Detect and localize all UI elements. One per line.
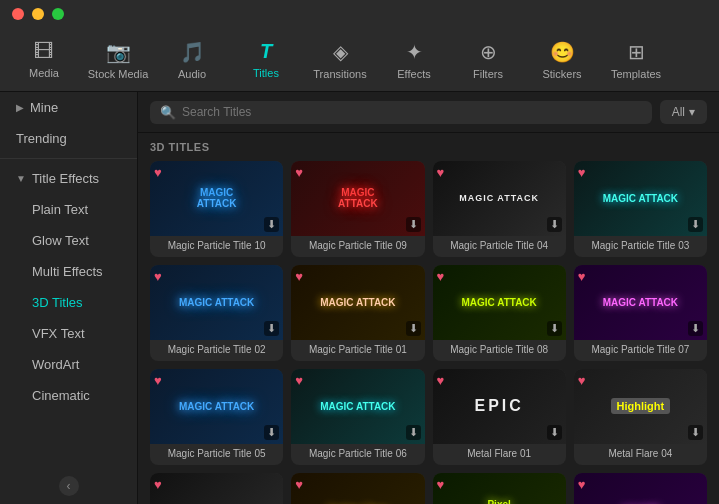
stock-media-icon: 📷	[106, 40, 131, 64]
download-icon[interactable]: ⬇	[264, 425, 279, 440]
search-wrap[interactable]: 🔍	[150, 101, 652, 124]
sidebar-item-plain-text[interactable]: Plain Text	[0, 194, 137, 225]
card-thumbnail: ♥Golden Flare⬇	[291, 473, 424, 504]
chevron-down-icon: ▾	[689, 105, 695, 119]
toolbar: 🎞Media📷Stock Media🎵AudioTTitles◈Transiti…	[0, 28, 719, 92]
toolbar-label-effects: Effects	[397, 68, 430, 80]
download-icon[interactable]: ⬇	[688, 425, 703, 440]
download-icon[interactable]: ⬇	[688, 321, 703, 336]
card-label: Magic Particle Title 08	[433, 340, 566, 361]
download-icon[interactable]: ⬇	[547, 321, 562, 336]
card-thumbnail: ♥MAGIC ATTACK⬇	[574, 161, 707, 236]
card-item[interactable]: ♥MAGIC ATTACK⬇Magic Particle Title 05	[150, 369, 283, 465]
sidebar-item-mine[interactable]: ▶Mine	[0, 92, 137, 123]
sidebar-item-vfx-text[interactable]: VFX Text	[0, 318, 137, 349]
sidebar-label-mine: Mine	[30, 100, 58, 115]
card-grid: ♥MAGIC ATTACK⬇Magic Particle Title 10♥MA…	[150, 161, 707, 504]
toolbar-item-titles[interactable]: TTitles	[230, 32, 302, 88]
sidebar-item-title-effects[interactable]: ▼Title Effects	[0, 163, 137, 194]
download-icon[interactable]: ⬇	[688, 217, 703, 232]
sidebar-item-multi-effects[interactable]: Multi Effects	[0, 256, 137, 287]
sidebar-label-glow-text: Glow Text	[32, 233, 89, 248]
toolbar-item-media[interactable]: 🎞Media	[8, 32, 80, 88]
sidebar-item-glow-text[interactable]: Glow Text	[0, 225, 137, 256]
toolbar-item-stock-media[interactable]: 📷Stock Media	[82, 32, 154, 88]
toolbar-item-stickers[interactable]: 😊Stickers	[526, 32, 598, 88]
card-item[interactable]: ♥MAGIC ATTACK⬇Magic Particle Title 10	[150, 161, 283, 257]
card-item[interactable]: ♥MAGIC ATTACK⬇Magic Particle Title 07	[574, 265, 707, 361]
sidebar-item-wordart[interactable]: WordArt	[0, 349, 137, 380]
card-item[interactable]: ♥Pixel Flare⬇Pixel Flare	[433, 473, 566, 504]
card-item[interactable]: ♥MAGIC ATTACK⬇Magic Particle Title 09	[291, 161, 424, 257]
card-text: MAGIC ATTACK	[603, 193, 678, 204]
filters-icon: ⊕	[480, 40, 497, 64]
card-text: MAGIC ATTACK	[338, 187, 378, 209]
card-text: Highlight	[611, 398, 671, 414]
card-item[interactable]: ♥MAGIC ATTACK⬇Magic Particle Title 08	[433, 265, 566, 361]
card-thumbnail: ♥MAGIC ATTACK⬇	[291, 161, 424, 236]
download-icon[interactable]: ⬇	[406, 321, 421, 336]
toolbar-label-stock-media: Stock Media	[88, 68, 149, 80]
card-text: MAGIC ATTACK	[459, 193, 539, 203]
card-text: EPIC	[474, 397, 523, 415]
toolbar-item-effects[interactable]: ✦Effects	[378, 32, 450, 88]
search-icon: 🔍	[160, 105, 176, 120]
sidebar-collapse-button[interactable]: ‹	[59, 476, 79, 496]
card-text: MAGIC ATTACK	[320, 401, 395, 412]
chevron-icon: ▶	[16, 102, 24, 113]
card-item[interactable]: ♥Golden Flare⬇Golden Flare	[291, 473, 424, 504]
toolbar-item-transitions[interactable]: ◈Transitions	[304, 32, 376, 88]
minimize-button[interactable]	[32, 8, 44, 20]
heart-icon: ♥	[154, 477, 162, 492]
download-icon[interactable]: ⬇	[264, 217, 279, 232]
card-thumbnail: ♥@GAME⬇	[574, 473, 707, 504]
sidebar-item-trending[interactable]: Trending	[0, 123, 137, 154]
download-icon[interactable]: ⬇	[547, 425, 562, 440]
card-item[interactable]: ♥MAGIC ATTACK⬇Magic Particle Title 02	[150, 265, 283, 361]
sidebar-item-3d-titles[interactable]: 3D Titles	[0, 287, 137, 318]
maximize-button[interactable]	[52, 8, 64, 20]
card-item[interactable]: ♥Highlight⬇Metal Flare 04	[574, 369, 707, 465]
toolbar-item-filters[interactable]: ⊕Filters	[452, 32, 524, 88]
heart-icon: ♥	[295, 269, 303, 284]
content-area: 🔍 All ▾ 3D TITLES ♥MAGIC ATTACK⬇Magic Pa…	[138, 92, 719, 504]
main-layout: ▶MineTrending▼Title EffectsPlain TextGlo…	[0, 92, 719, 504]
filter-button[interactable]: All ▾	[660, 100, 707, 124]
heart-icon: ♥	[578, 373, 586, 388]
section-label: 3D TITLES	[138, 133, 719, 157]
sidebar-label-trending: Trending	[16, 131, 67, 146]
card-item[interactable]: ♥MAGIC ATTACK⬇Magic Particle Title 03	[574, 161, 707, 257]
heart-icon: ♥	[154, 165, 162, 180]
titles-icon: T	[260, 40, 272, 63]
card-item[interactable]: ♥@GAME⬇Game	[574, 473, 707, 504]
card-thumbnail: ♥MAGIC ATTACK⬇	[574, 265, 707, 340]
card-thumbnail: ♥Highlight⬇	[574, 369, 707, 444]
download-icon[interactable]: ⬇	[406, 425, 421, 440]
sidebar-label-title-effects: Title Effects	[32, 171, 99, 186]
card-item[interactable]: ♥MAGIC ATTACK⬇Magic Particle Title 04	[433, 161, 566, 257]
heart-icon: ♥	[437, 373, 445, 388]
card-item[interactable]: ♥EPIC⬇Metal Flare 01	[433, 369, 566, 465]
card-label: Magic Particle Title 09	[291, 236, 424, 257]
card-item[interactable]: ♥MAGIC ATTACK⬇Magic Particle Title 06	[291, 369, 424, 465]
card-item[interactable]: ♥Star Dust⬇Star Dust	[150, 473, 283, 504]
download-icon[interactable]: ⬇	[406, 217, 421, 232]
download-icon[interactable]: ⬇	[264, 321, 279, 336]
heart-icon: ♥	[154, 373, 162, 388]
heart-icon: ♥	[578, 477, 586, 492]
close-button[interactable]	[12, 8, 24, 20]
stickers-icon: 😊	[550, 40, 575, 64]
heart-icon: ♥	[295, 165, 303, 180]
card-item[interactable]: ♥MAGIC ATTACK⬇Magic Particle Title 01	[291, 265, 424, 361]
toolbar-item-audio[interactable]: 🎵Audio	[156, 32, 228, 88]
search-input[interactable]	[182, 105, 642, 119]
toolbar-label-media: Media	[29, 67, 59, 79]
card-label: Magic Particle Title 06	[291, 444, 424, 465]
card-text: MAGIC ATTACK	[603, 297, 678, 308]
heart-icon: ♥	[578, 269, 586, 284]
heart-icon: ♥	[295, 477, 303, 492]
sidebar-item-cinematic[interactable]: Cinematic	[0, 380, 137, 411]
download-icon[interactable]: ⬇	[547, 217, 562, 232]
toolbar-label-audio: Audio	[178, 68, 206, 80]
toolbar-item-templates[interactable]: ⊞Templates	[600, 32, 672, 88]
